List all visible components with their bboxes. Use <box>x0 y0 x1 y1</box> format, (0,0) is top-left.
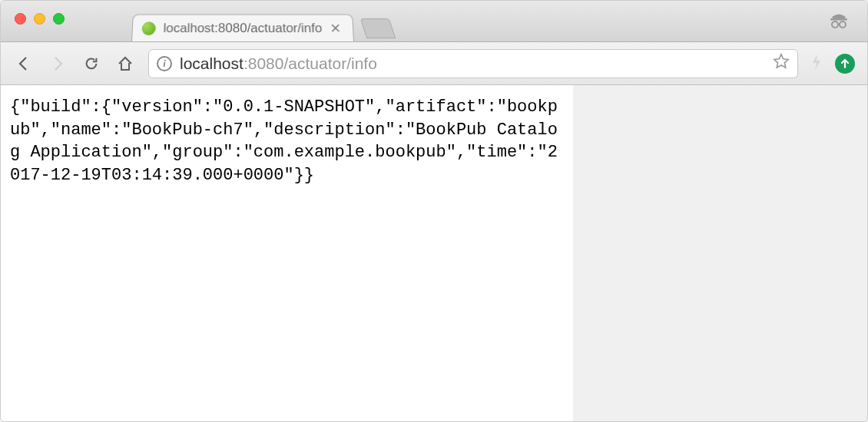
maximize-window-button[interactable] <box>53 13 65 25</box>
url-host: localhost <box>180 54 244 72</box>
forward-button[interactable] <box>47 53 68 74</box>
extension-button[interactable] <box>835 54 855 74</box>
minimize-window-button[interactable] <box>34 13 45 25</box>
close-window-button[interactable] <box>15 13 26 25</box>
svg-point-2 <box>840 21 846 28</box>
close-tab-icon[interactable] <box>330 22 343 35</box>
url-path: :8080/actuator/info <box>244 54 377 72</box>
url-text: localhost:8080/actuator/info <box>180 54 377 73</box>
svg-rect-0 <box>830 18 847 21</box>
reload-button[interactable] <box>81 53 102 74</box>
tab-title: localhost:8080/actuator/info <box>163 21 322 36</box>
back-button[interactable] <box>13 53 35 74</box>
tab-favicon-icon <box>141 21 156 35</box>
tab-strip: localhost:8080/actuator/info <box>131 1 393 41</box>
site-info-icon[interactable]: i <box>157 56 172 71</box>
page-content: {"build":{"version":"0.0.1-SNAPSHOT","ar… <box>1 85 573 421</box>
incognito-icon <box>827 8 850 35</box>
lightning-icon <box>810 53 823 74</box>
new-tab-button[interactable] <box>360 18 396 38</box>
home-button[interactable] <box>114 53 136 74</box>
bookmark-star-icon[interactable] <box>773 53 790 74</box>
window-titlebar: localhost:8080/actuator/info <box>1 1 867 42</box>
address-bar[interactable]: i localhost:8080/actuator/info <box>148 49 798 78</box>
svg-point-1 <box>832 21 838 28</box>
browser-toolbar: i localhost:8080/actuator/info <box>1 42 867 85</box>
browser-tab[interactable]: localhost:8080/actuator/info <box>131 14 354 41</box>
window-controls <box>15 13 65 25</box>
